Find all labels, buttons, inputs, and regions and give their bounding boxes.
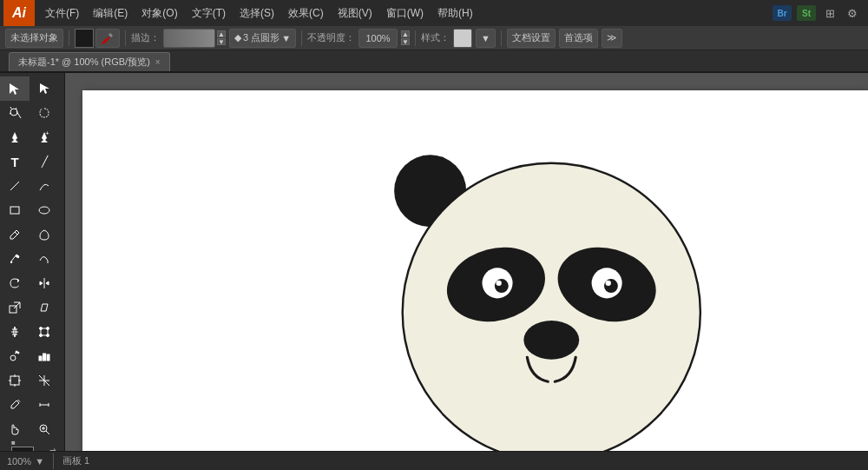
menu-object[interactable]: 对象(O) (135, 0, 184, 26)
free-transform-tool[interactable] (30, 320, 59, 344)
svg-line-7 (10, 107, 11, 109)
warp-tool[interactable] (0, 320, 30, 344)
svg-marker-19 (10, 261, 12, 263)
type-tool[interactable]: T (0, 149, 30, 174)
artboard-tool[interactable] (0, 368, 30, 393)
column-graph-tool[interactable] (30, 344, 59, 368)
no-select-label: 未选择对象 (5, 29, 63, 48)
tool-row-7 (0, 222, 64, 247)
point-shape-select[interactable]: ◆ 3 点圆形 ▼ (229, 29, 296, 48)
paintbrush-tool[interactable] (0, 222, 30, 247)
symbol-sprayer-tool[interactable] (0, 344, 30, 368)
document-tab[interactable]: 未标题-1* @ 100% (RGB/预览) × (9, 52, 170, 71)
stroke-preview[interactable] (163, 29, 215, 48)
measure-tool[interactable] (30, 393, 59, 417)
pen-svg (101, 31, 115, 45)
svg-marker-18 (16, 255, 19, 258)
svg-point-35 (16, 351, 17, 353)
menu-view[interactable]: 视图(V) (331, 0, 379, 26)
hand-tool[interactable] (0, 417, 30, 441)
tool-row-3: + (0, 125, 64, 149)
svg-text:+: + (45, 130, 49, 137)
status-bar: 100% ▼ 画板 1 (0, 451, 868, 470)
swap-colors-btn[interactable]: ⇄ (49, 447, 56, 451)
svg-line-16 (15, 232, 17, 235)
svg-rect-14 (10, 207, 19, 214)
svg-point-6 (10, 109, 17, 116)
tab-close-btn[interactable]: × (155, 57, 161, 67)
stroke-down[interactable]: ▼ (217, 38, 226, 45)
tool-row-12 (0, 344, 64, 368)
divider1 (69, 30, 69, 46)
preferences-btn[interactable]: 首选项 (559, 29, 598, 48)
pencil-tool[interactable] (0, 247, 30, 271)
menu-edit[interactable]: 编辑(E) (86, 0, 135, 26)
panda-illustration (82, 90, 868, 451)
eyedropper-tool[interactable] (0, 393, 30, 417)
tool-row-5 (0, 174, 64, 198)
zoom-control[interactable]: 100% ▼ (7, 456, 44, 467)
menu-file[interactable]: 文件(F) (38, 0, 86, 26)
grid-icon[interactable]: ⊞ (821, 5, 838, 21)
direct-select-tool[interactable] (30, 76, 59, 101)
stroke-pen-icon[interactable] (95, 29, 120, 48)
doc-settings-btn[interactable]: 文档设置 (507, 29, 556, 48)
zoom-tool[interactable] (30, 417, 59, 441)
smooth-tool[interactable] (30, 247, 59, 271)
svg-marker-2 (108, 33, 113, 37)
tab-bar: 未标题-1* @ 100% (RGB/预览) × (0, 50, 868, 73)
tool-row-2 (0, 101, 64, 125)
svg-point-32 (47, 334, 49, 337)
svg-point-69 (523, 321, 579, 360)
select-tool[interactable] (0, 76, 30, 101)
style-chevron[interactable]: ▼ (476, 29, 496, 48)
ellipse-tool[interactable] (30, 198, 59, 222)
more-options-btn[interactable]: ≫ (602, 29, 622, 48)
menu-window[interactable]: 窗口(W) (379, 0, 431, 26)
reflect-tool[interactable] (30, 271, 59, 295)
stroke-up[interactable]: ▲ (217, 30, 226, 37)
app-logo: Ai (3, 0, 35, 26)
pen-tool[interactable] (0, 125, 30, 149)
left-toolbar: + T ╱ (0, 73, 65, 451)
svg-rect-37 (43, 354, 46, 361)
fill-fg-swatch[interactable] (11, 447, 34, 451)
line-tool[interactable] (0, 174, 30, 198)
add-anchor-tool[interactable]: + (30, 125, 59, 149)
zoom-dropdown-btn[interactable]: ▼ (35, 456, 44, 467)
rotate-tool[interactable] (0, 271, 30, 295)
menu-select[interactable]: 选择(S) (233, 0, 281, 26)
svg-point-29 (40, 328, 43, 330)
svg-point-65 (495, 279, 509, 293)
default-colors-btn[interactable]: ■ (11, 439, 16, 447)
menu-help[interactable]: 帮助(H) (431, 0, 480, 26)
vertical-type-tool[interactable]: ╱ (30, 149, 59, 174)
opacity-down[interactable]: ▼ (401, 38, 410, 45)
svg-rect-36 (39, 356, 42, 361)
svg-point-67 (604, 279, 618, 293)
menu-right-icons: Br St ⊞ ⚙ (773, 5, 861, 21)
magic-wand-tool[interactable] (0, 101, 30, 125)
bridge-badge[interactable]: Br (773, 5, 792, 21)
scale-tool[interactable] (0, 295, 30, 320)
style-label: 样式： (421, 31, 450, 44)
menu-type[interactable]: 文字(T) (185, 0, 233, 26)
fill-color[interactable] (75, 29, 94, 48)
slice-tool[interactable] (30, 368, 59, 393)
style-swatch[interactable] (453, 29, 472, 48)
tool-row-14 (0, 393, 64, 417)
svg-rect-38 (47, 354, 49, 361)
arc-tool[interactable] (30, 174, 59, 198)
blob-brush-tool[interactable] (30, 222, 59, 247)
search-icon[interactable]: ⚙ (844, 5, 861, 21)
opacity-input[interactable] (358, 29, 398, 48)
svg-line-52 (46, 431, 49, 434)
lasso-tool[interactable] (30, 101, 59, 125)
stock-badge[interactable]: St (797, 5, 816, 21)
shear-tool[interactable] (30, 295, 59, 320)
opacity-label: 不透明度： (307, 31, 355, 44)
opacity-up[interactable]: ▲ (401, 30, 410, 37)
rect-tool[interactable] (0, 198, 30, 222)
canvas-area[interactable] (65, 73, 868, 451)
menu-effect[interactable]: 效果(C) (281, 0, 331, 26)
